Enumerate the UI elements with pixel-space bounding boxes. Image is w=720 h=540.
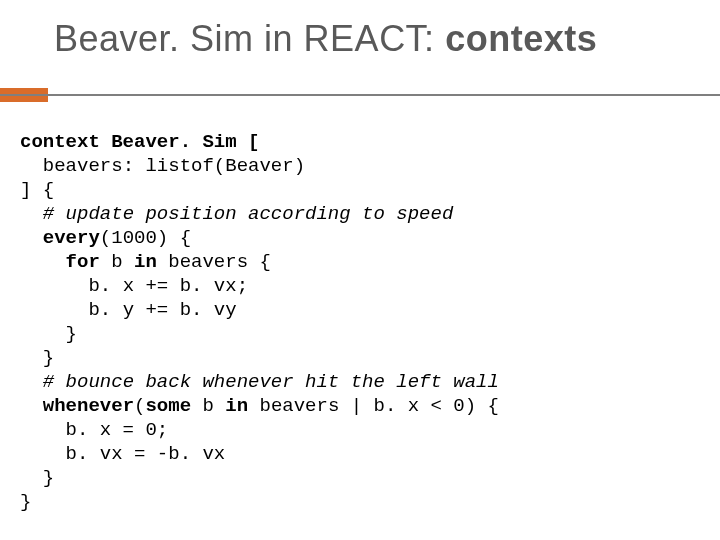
code-line: for b in beavers { bbox=[20, 250, 499, 274]
code-line: beavers: listof(Beaver) bbox=[20, 154, 499, 178]
code-line: # bounce back whenever hit the left wall bbox=[20, 370, 499, 394]
divider bbox=[0, 94, 720, 96]
code-line: b. vx = -b. vx bbox=[20, 442, 499, 466]
code-block: context Beaver. Sim [ beavers: listof(Be… bbox=[20, 130, 499, 514]
code-line: context Beaver. Sim [ bbox=[20, 130, 499, 154]
title-bold: contexts bbox=[445, 18, 597, 59]
code-line: b. y += b. vy bbox=[20, 298, 499, 322]
code-line: whenever(some b in beavers | b. x < 0) { bbox=[20, 394, 499, 418]
code-line: } bbox=[20, 466, 499, 490]
code-line: } bbox=[20, 322, 499, 346]
code-line: } bbox=[20, 346, 499, 370]
code-line: } bbox=[20, 490, 499, 514]
code-line: ] { bbox=[20, 178, 499, 202]
title-plain: Beaver. Sim in REACT: bbox=[54, 18, 445, 59]
slide-title: Beaver. Sim in REACT: contexts bbox=[0, 0, 720, 68]
code-line: b. x += b. vx; bbox=[20, 274, 499, 298]
code-line: # update position according to speed bbox=[20, 202, 499, 226]
slide: Beaver. Sim in REACT: contexts context B… bbox=[0, 0, 720, 540]
code-line: b. x = 0; bbox=[20, 418, 499, 442]
code-line: every(1000) { bbox=[20, 226, 499, 250]
